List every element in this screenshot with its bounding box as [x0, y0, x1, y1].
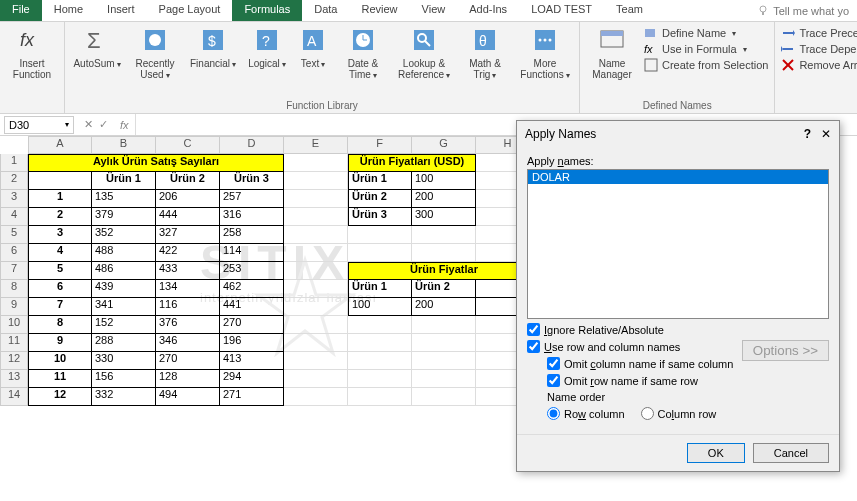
row-header[interactable]: 12: [0, 352, 28, 370]
cell[interactable]: Ürün 2: [156, 172, 220, 190]
cell[interactable]: 327: [156, 226, 220, 244]
cell[interactable]: 494: [156, 388, 220, 406]
cell[interactable]: 128: [156, 370, 220, 388]
cell[interactable]: [284, 172, 348, 190]
column-header[interactable]: C: [156, 136, 220, 154]
cell[interactable]: [284, 352, 348, 370]
cell[interactable]: [412, 352, 476, 370]
cell[interactable]: 330: [92, 352, 156, 370]
cell[interactable]: [284, 208, 348, 226]
column-header[interactable]: B: [92, 136, 156, 154]
cell[interactable]: 341: [92, 298, 156, 316]
cell[interactable]: 422: [156, 244, 220, 262]
cell[interactable]: 152: [92, 316, 156, 334]
tab-loadtest[interactable]: LOAD TEST: [519, 0, 604, 21]
cell[interactable]: 413: [220, 352, 284, 370]
cell[interactable]: 376: [156, 316, 220, 334]
row-header[interactable]: 3: [0, 190, 28, 208]
cell[interactable]: [412, 316, 476, 334]
list-item[interactable]: DOLAR: [528, 170, 828, 184]
cell[interactable]: 8: [28, 316, 92, 334]
cell[interactable]: 196: [220, 334, 284, 352]
row-header[interactable]: 5: [0, 226, 28, 244]
fx-button[interactable]: fx: [114, 119, 135, 131]
column-header[interactable]: D: [220, 136, 284, 154]
cell[interactable]: 2: [28, 208, 92, 226]
datetime-button[interactable]: Date & Time▾: [337, 24, 389, 81]
ok-button[interactable]: OK: [687, 443, 745, 463]
cell[interactable]: 5: [28, 262, 92, 280]
column-header[interactable]: G: [412, 136, 476, 154]
tab-file[interactable]: File: [0, 0, 42, 21]
column-header[interactable]: F: [348, 136, 412, 154]
cell[interactable]: 271: [220, 388, 284, 406]
cell[interactable]: 270: [156, 352, 220, 370]
close-button[interactable]: ✕: [821, 127, 831, 141]
cell[interactable]: 253: [220, 262, 284, 280]
use-in-formula-button[interactable]: fxUse in Formula▾: [644, 42, 768, 56]
cell[interactable]: 300: [412, 208, 476, 226]
remove-arrows-button[interactable]: Remove Arrows▾: [781, 58, 857, 72]
cell[interactable]: Ürün 3: [348, 208, 412, 226]
cell[interactable]: 9: [28, 334, 92, 352]
column-header[interactable]: E: [284, 136, 348, 154]
cell[interactable]: [284, 190, 348, 208]
tab-insert[interactable]: Insert: [95, 0, 147, 21]
tab-data[interactable]: Data: [302, 0, 349, 21]
row-header[interactable]: 11: [0, 334, 28, 352]
cell[interactable]: [284, 280, 348, 298]
cell[interactable]: [348, 244, 412, 262]
cell[interactable]: 288: [92, 334, 156, 352]
cell[interactable]: 7: [28, 298, 92, 316]
cell[interactable]: 12: [28, 388, 92, 406]
row-header[interactable]: 6: [0, 244, 28, 262]
row-header[interactable]: 10: [0, 316, 28, 334]
create-from-selection-button[interactable]: Create from Selection: [644, 58, 768, 72]
cell[interactable]: 11: [28, 370, 92, 388]
cell[interactable]: [284, 334, 348, 352]
cell[interactable]: [284, 262, 348, 280]
financial-button[interactable]: $Financial▾: [187, 24, 239, 70]
trace-precedents-button[interactable]: Trace Precedents: [781, 26, 857, 40]
cell[interactable]: 258: [220, 226, 284, 244]
row-header[interactable]: 8: [0, 280, 28, 298]
row-header[interactable]: 13: [0, 370, 28, 388]
use-rowcol-checkbox[interactable]: [527, 340, 540, 353]
tab-team[interactable]: Team: [604, 0, 655, 21]
options-button[interactable]: Options >>: [742, 340, 829, 361]
cell[interactable]: 100: [412, 172, 476, 190]
cell[interactable]: 3: [28, 226, 92, 244]
cell[interactable]: 134: [156, 280, 220, 298]
column-header[interactable]: A: [28, 136, 92, 154]
cell[interactable]: [412, 244, 476, 262]
cell[interactable]: Ürün 1: [92, 172, 156, 190]
row-column-radio[interactable]: [547, 407, 560, 420]
cell[interactable]: Aylık Ürün Satış Sayıları: [28, 154, 284, 172]
tell-me[interactable]: Tell me what yo: [749, 0, 857, 21]
cell[interactable]: 1: [28, 190, 92, 208]
names-listbox[interactable]: DOLAR: [527, 169, 829, 319]
cell[interactable]: 433: [156, 262, 220, 280]
cell[interactable]: Ürün 1: [348, 172, 412, 190]
autosum-button[interactable]: ΣAutoSum▾: [71, 24, 123, 70]
name-manager-button[interactable]: Name Manager: [586, 24, 638, 80]
cell[interactable]: 156: [92, 370, 156, 388]
tab-formulas[interactable]: Formulas: [232, 0, 302, 21]
row-header[interactable]: 1: [0, 154, 28, 172]
tab-pagelayout[interactable]: Page Layout: [147, 0, 233, 21]
cell[interactable]: [348, 316, 412, 334]
cell[interactable]: [412, 226, 476, 244]
row-header[interactable]: 7: [0, 262, 28, 280]
tab-addins[interactable]: Add-Ins: [457, 0, 519, 21]
cell[interactable]: 441: [220, 298, 284, 316]
more-functions-button[interactable]: More Functions▾: [517, 24, 573, 81]
column-row-radio[interactable]: [641, 407, 654, 420]
cell[interactable]: [284, 226, 348, 244]
ignore-checkbox[interactable]: [527, 323, 540, 336]
trace-dependents-button[interactable]: Trace Dependents: [781, 42, 857, 56]
cell[interactable]: 4: [28, 244, 92, 262]
text-button[interactable]: AText▾: [295, 24, 331, 70]
cell[interactable]: 462: [220, 280, 284, 298]
insert-function-button[interactable]: fx Insert Function: [6, 24, 58, 80]
cell[interactable]: 270: [220, 316, 284, 334]
